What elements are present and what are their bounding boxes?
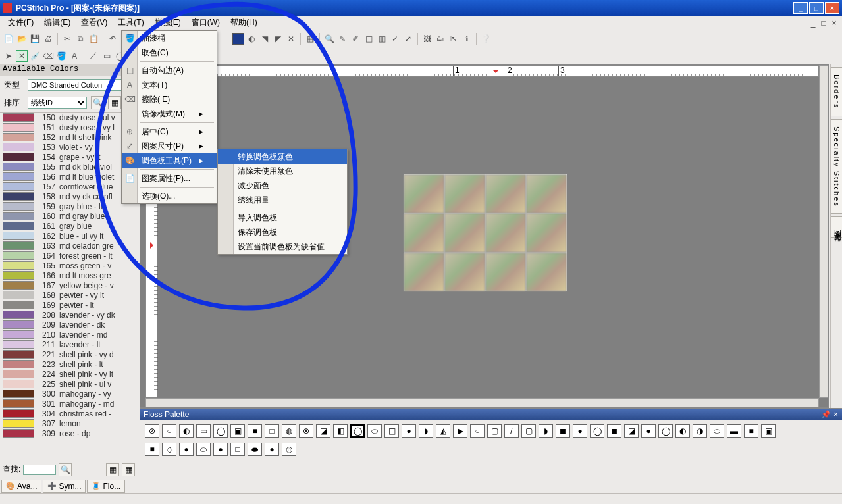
paste-icon[interactable]: 📋: [88, 33, 99, 45]
tool-b-icon[interactable]: ✐: [350, 33, 361, 45]
floss-swatch[interactable]: ▢: [487, 424, 502, 438]
floss-swatch[interactable]: ●: [573, 424, 587, 438]
line-icon[interactable]: ／: [88, 50, 99, 62]
menu-window[interactable]: 窗口(W): [186, 16, 225, 30]
floss-swatch[interactable]: ⬭: [710, 424, 724, 438]
vertical-scrollbar[interactable]: [819, 65, 828, 398]
color-row[interactable]: 161 gray blue: [0, 221, 138, 231]
pin-icon[interactable]: 📌: [821, 410, 831, 419]
specialty-tab[interactable]: Specialty Stitches: [831, 119, 842, 214]
tab-symbols[interactable]: ➕Sym...: [43, 480, 86, 493]
close-button[interactable]: ×: [825, 2, 839, 14]
floss-swatch[interactable]: ◯: [658, 424, 673, 438]
color-row[interactable]: 155 md dk blue viol: [0, 162, 138, 172]
floss-swatch[interactable]: ◍: [282, 424, 296, 438]
tool-e-icon[interactable]: ✓: [389, 33, 401, 45]
tab-available[interactable]: 🎨Ava...: [1, 480, 41, 493]
menu-text[interactable]: A文本(T): [122, 78, 217, 92]
submenu-clear-unused[interactable]: 清除未使用颜色: [218, 164, 347, 178]
floss-swatch[interactable]: ⬭: [367, 424, 382, 438]
type-select[interactable]: DMC Stranded Cotton: [28, 79, 134, 91]
floss-swatch[interactable]: ⬭: [196, 443, 211, 456]
color-row[interactable]: 165 moss green - v: [0, 261, 138, 270]
eraser-icon[interactable]: ⌫: [42, 50, 54, 62]
floss-swatch[interactable]: ◯: [590, 424, 604, 438]
submenu-import[interactable]: 导入调色板: [218, 211, 347, 225]
menu-edit[interactable]: 编辑(E): [39, 16, 76, 30]
color-row[interactable]: 151 dusty rose - vy l: [0, 122, 138, 132]
color-row[interactable]: 223 shell pink - lt: [0, 359, 138, 369]
color-row[interactable]: 157 cornflower blue: [0, 182, 138, 191]
color-row[interactable]: 304 christmas red -: [0, 409, 138, 418]
pointer-icon[interactable]: ➤: [3, 50, 14, 62]
color-row[interactable]: 301 mahogany - md: [0, 399, 138, 409]
text-icon[interactable]: A: [68, 50, 80, 62]
open-icon[interactable]: 📂: [16, 33, 28, 45]
floss-swatch[interactable]: /: [504, 424, 519, 438]
floss-swatch[interactable]: ⬬: [248, 443, 262, 456]
tool-f-icon[interactable]: ⤢: [402, 33, 414, 45]
cut-icon[interactable]: ✂: [61, 33, 73, 45]
color-row[interactable]: 150 dusty rose - ul v: [0, 113, 138, 122]
floss-swatch[interactable]: ■: [744, 424, 758, 438]
floss-swatch[interactable]: ▣: [761, 424, 776, 438]
floss-swatch[interactable]: ◼: [556, 424, 570, 438]
floss-swatch[interactable]: ■: [248, 424, 262, 438]
threequarter-stitch-icon[interactable]: ◤: [272, 33, 284, 45]
menu-pick-color[interactable]: 💉取色(C): [122, 45, 217, 60]
menu-center[interactable]: ⊕居中(C)▶: [122, 124, 217, 139]
eyedropper-icon[interactable]: 💉: [29, 50, 41, 62]
floss-swatch[interactable]: ◎: [282, 443, 296, 456]
sort-select[interactable]: 绣线ID: [28, 97, 87, 109]
menu-size[interactable]: ⤢图案尺寸(P)▶: [122, 139, 217, 153]
grid-btn-a-icon[interactable]: ▦: [106, 463, 119, 476]
floss-swatch[interactable]: ▭: [196, 424, 211, 438]
floss-swatch[interactable]: ■: [145, 443, 159, 456]
color-row[interactable]: 211 lavender - lt: [0, 340, 138, 349]
quarter-stitch-icon[interactable]: ◥: [259, 33, 271, 45]
borders-tab[interactable]: Borders: [831, 67, 842, 116]
color-row[interactable]: 158 md vy dk cornfl: [0, 191, 138, 201]
floss-swatch[interactable]: ◼: [607, 424, 621, 438]
floss-swatch[interactable]: ○: [470, 424, 485, 438]
copy-icon[interactable]: ⧉: [74, 33, 86, 45]
tool-d-icon[interactable]: ▥: [376, 33, 388, 45]
find-go-icon[interactable]: 🔍: [59, 463, 72, 476]
menu-erase[interactable]: ⌫擦除( E): [122, 92, 217, 107]
menu-options[interactable]: 选项(O)...: [122, 189, 217, 203]
menu-enhance[interactable]: 增强(E): [149, 16, 186, 30]
color-row[interactable]: 163 md celadon gre: [0, 241, 138, 251]
floss-swatch[interactable]: ◪: [624, 424, 639, 438]
zoom-in-icon[interactable]: 🔍: [323, 33, 335, 45]
submenu-convert[interactable]: 转换调色板颜色: [218, 149, 347, 164]
floss-swatch[interactable]: ◯: [213, 424, 228, 438]
color-row[interactable]: 168 pewter - vy lt: [0, 290, 138, 300]
new-icon[interactable]: 📄: [3, 33, 14, 45]
floss-swatch[interactable]: ○: [162, 424, 176, 438]
minimize-button[interactable]: _: [793, 2, 808, 14]
save-icon[interactable]: 💾: [29, 33, 41, 45]
fill-icon[interactable]: 🪣: [55, 50, 67, 62]
color-row[interactable]: 154 grape - vy lt: [0, 152, 138, 162]
mdi-restore-button[interactable]: □: [818, 18, 829, 28]
menu-palette-tools[interactable]: 🎨调色板工具(P)▶: [122, 153, 217, 168]
floss-swatch[interactable]: ◭: [436, 424, 450, 438]
pattern-thumbnail[interactable]: [404, 174, 567, 291]
floss-swatch[interactable]: ◧: [333, 424, 348, 438]
menu-view[interactable]: 查看(V): [76, 16, 113, 30]
search-color-icon[interactable]: 🔍: [91, 96, 104, 109]
color-row[interactable]: 221 shell pink - vy d: [0, 349, 138, 359]
color-row[interactable]: 153 violet - vy lt: [0, 142, 138, 152]
floss-swatch[interactable]: ◇: [162, 443, 176, 456]
color-row[interactable]: 307 lemon: [0, 418, 138, 428]
tool-i-icon[interactable]: ⇱: [448, 33, 460, 45]
floss-swatch[interactable]: ●: [641, 424, 656, 438]
help-icon[interactable]: ❔: [480, 33, 492, 45]
floss-swatch[interactable]: ◫: [384, 424, 399, 438]
floss-swatch[interactable]: ◗: [539, 424, 553, 438]
submenu-save[interactable]: 保存调色板: [218, 225, 347, 239]
submenu-floss-usage[interactable]: 绣线用量: [218, 193, 347, 207]
rect-icon[interactable]: ▭: [101, 50, 113, 62]
floss-swatch[interactable]: □: [265, 424, 279, 438]
color-row[interactable]: 152 md lt shell pink: [0, 132, 138, 142]
